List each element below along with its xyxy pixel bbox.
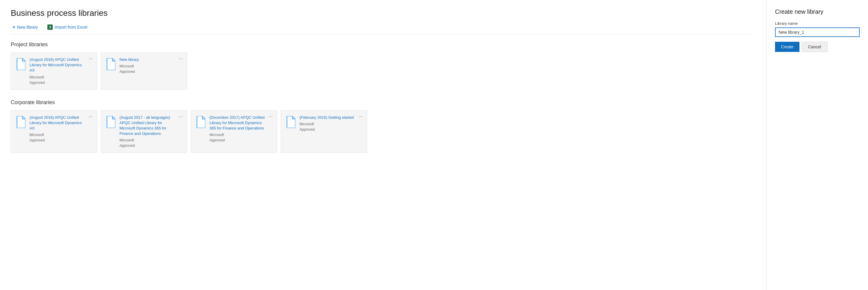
- card-title: (August 2016) APQC Unified Library for M…: [30, 57, 93, 74]
- side-panel: Create new library Library name Create C…: [767, 0, 868, 290]
- corporate-libraries-grid: (August 2016) APQC Unified Library for M…: [11, 110, 756, 153]
- card-meta: MicrosoftApproved: [120, 63, 183, 74]
- card-meta: MicrosoftApproved: [210, 132, 273, 143]
- corporate-library-card-2[interactable]: (December 2017) APQC Unified Library for…: [191, 110, 277, 153]
- excel-icon: X: [48, 25, 53, 30]
- project-libraries-grid: (August 2016) APQC Unified Library for M…: [11, 53, 756, 90]
- card-more-button[interactable]: ···: [178, 114, 184, 120]
- toolbar: + New library X Import from Excel: [11, 23, 756, 34]
- create-button[interactable]: Create: [775, 42, 800, 52]
- card-meta: MicrosoftApproved: [300, 121, 363, 132]
- card-more-button[interactable]: ···: [358, 114, 364, 120]
- import-excel-button[interactable]: X Import from Excel: [45, 23, 89, 31]
- card-icon: [195, 115, 206, 128]
- card-body: (August 2016) APQC Unified Library for M…: [30, 57, 93, 85]
- main-content: Business process libraries + New library…: [0, 0, 767, 290]
- card-meta: MicrosoftApproved: [120, 138, 183, 148]
- panel-title: Create new library: [775, 8, 860, 15]
- project-libraries-heading: Project libraries: [11, 41, 756, 48]
- card-body: (December 2017) APQC Unified Library for…: [210, 115, 273, 143]
- corporate-library-card-0[interactable]: (August 2016) APQC Unified Library for M…: [11, 110, 97, 153]
- new-library-label: New library: [17, 25, 38, 30]
- card-body: (August 2016) APQC Unified Library for M…: [30, 115, 93, 143]
- card-icon: [15, 115, 26, 128]
- card-title: (December 2017) APQC Unified Library for…: [210, 115, 273, 131]
- card-meta: MicrosoftApproved: [30, 132, 93, 143]
- card-body: (February 2016) Getting started Microsof…: [300, 115, 363, 132]
- library-name-label: Library name: [775, 21, 860, 26]
- card-icon: [285, 115, 296, 128]
- card-body: New library MicrosoftApproved: [120, 57, 183, 74]
- card-icon: [15, 58, 26, 71]
- card-more-button[interactable]: ···: [88, 56, 94, 62]
- corporate-library-card-3[interactable]: (February 2016) Getting started Microsof…: [281, 110, 367, 153]
- cancel-button[interactable]: Cancel: [802, 42, 828, 52]
- card-title: (August 2016) APQC Unified Library for M…: [30, 115, 93, 131]
- card-more-button[interactable]: ···: [178, 56, 184, 62]
- import-excel-label: Import from Excel: [55, 25, 87, 30]
- plus-icon: +: [12, 25, 15, 30]
- project-library-card-0[interactable]: (August 2016) APQC Unified Library for M…: [11, 53, 97, 90]
- form-actions: Create Cancel: [775, 42, 860, 52]
- card-title: New library: [120, 57, 183, 62]
- new-library-button[interactable]: + New library: [11, 23, 40, 31]
- card-icon: [105, 58, 116, 71]
- project-library-card-1[interactable]: New library MicrosoftApproved ···: [101, 53, 187, 90]
- card-body: (August 2017 - all languages) APQC Unifi…: [120, 115, 183, 149]
- library-name-input[interactable]: [775, 27, 860, 37]
- card-meta: MicrosoftApproved: [30, 75, 93, 85]
- card-icon: [105, 115, 116, 128]
- page-title: Business process libraries: [11, 8, 756, 18]
- card-more-button[interactable]: ···: [88, 114, 94, 120]
- corporate-libraries-heading: Corporate libraries: [11, 99, 756, 106]
- card-title: (August 2017 - all languages) APQC Unifi…: [120, 115, 183, 137]
- card-title: (February 2016) Getting started: [300, 115, 363, 120]
- corporate-library-card-1[interactable]: (August 2017 - all languages) APQC Unifi…: [101, 110, 187, 153]
- card-more-button[interactable]: ···: [268, 114, 274, 120]
